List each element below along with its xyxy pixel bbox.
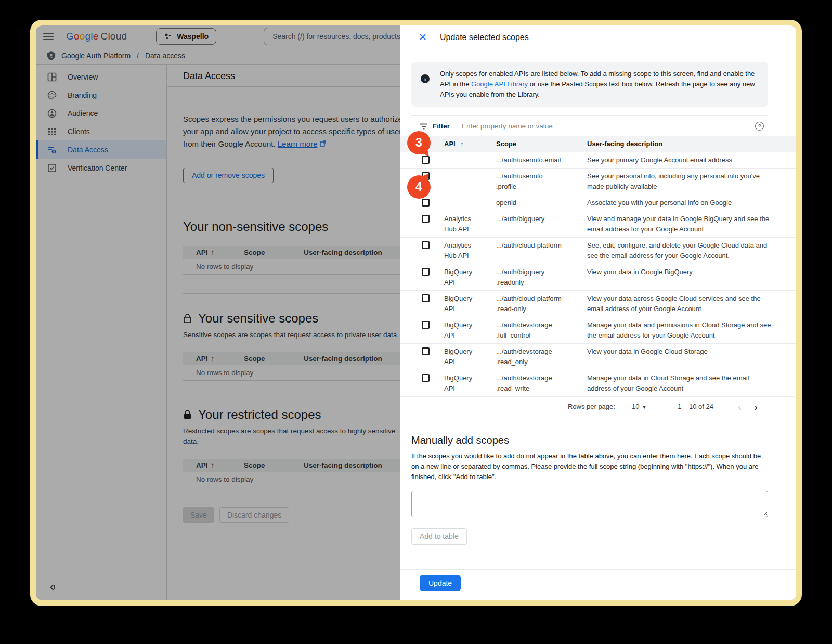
previous-page-icon[interactable]: ‹ xyxy=(732,401,748,412)
pagination: Rows per page: 10▼ 1 – 10 of 24 ‹ › xyxy=(411,397,768,416)
column-api[interactable]: API ↑ xyxy=(444,139,496,149)
caret-down-icon: ▼ xyxy=(642,405,646,410)
table-header-row: API ↑ Scope User-facing description xyxy=(400,136,796,152)
scope-row-cloud-platform-read-only: BigQuery API .../auth/cloud-platform.rea… xyxy=(400,291,796,317)
annotation-badge-4: 4 xyxy=(407,175,431,199)
rows-per-page-label: Rows per page: xyxy=(568,403,615,410)
sort-ascending-icon: ↑ xyxy=(460,139,464,149)
column-description[interactable]: User-facing description xyxy=(587,139,790,149)
scope-row-cloud-platform: Analytics Hub API .../auth/cloud-platfor… xyxy=(400,238,796,264)
scope-row-userinfo-email: .../auth/userinfo.email See your primary… xyxy=(400,152,796,169)
column-scope[interactable]: Scope xyxy=(496,139,587,149)
row-checkbox[interactable] xyxy=(422,374,430,382)
add-to-table-button[interactable]: Add to table xyxy=(411,528,467,545)
screenshot-frame: GoogleCloud Waspello Google Auth Platfor… xyxy=(30,20,802,606)
manually-add-scopes-heading: Manually add scopes xyxy=(411,434,768,446)
row-checkbox[interactable] xyxy=(422,321,430,329)
manually-add-scopes-text: If the scopes you would like to add do n… xyxy=(411,451,768,482)
scope-row-openid: openid Associate you with your personal … xyxy=(400,195,796,211)
filter-input[interactable] xyxy=(462,122,755,130)
scopes-table: API ↑ Scope User-facing description .../… xyxy=(400,136,796,397)
page-range: 1 – 10 of 24 xyxy=(678,403,713,410)
info-banner-text: Only scopes for enabled APIs are listed … xyxy=(440,69,759,100)
google-api-library-link[interactable]: Google API Library xyxy=(471,80,528,88)
update-scopes-panel: ✕ Update selected scopes i Only scopes f… xyxy=(400,25,796,600)
info-banner: i Only scopes for enabled APIs are liste… xyxy=(411,62,768,107)
update-button[interactable]: Update xyxy=(420,575,461,591)
help-icon[interactable]: ? xyxy=(755,122,764,131)
scope-row-devstorage-full-control: BigQuery API .../auth/devstorage.full_co… xyxy=(400,317,796,344)
panel-title: Update selected scopes xyxy=(440,33,529,42)
annotation-badge-3: 3 xyxy=(407,131,431,154)
scope-row-bigquery: Analytics Hub API .../auth/bigquery View… xyxy=(400,211,796,238)
scope-row-devstorage-read-only: BigQuery API .../auth/devstorage.read_on… xyxy=(400,344,796,370)
row-checkbox[interactable] xyxy=(422,199,430,207)
browser-window: GoogleCloud Waspello Google Auth Platfor… xyxy=(36,25,796,600)
row-checkbox[interactable] xyxy=(422,268,430,276)
rows-per-page-select[interactable]: 10▼ xyxy=(632,403,646,410)
row-checkbox[interactable] xyxy=(422,347,430,355)
row-checkbox[interactable] xyxy=(422,294,430,302)
manual-scopes-textarea[interactable] xyxy=(411,491,768,517)
row-checkbox[interactable] xyxy=(422,215,430,223)
filter-icon xyxy=(420,123,428,130)
panel-footer: Update xyxy=(400,569,796,591)
close-icon[interactable]: ✕ xyxy=(419,32,427,42)
filter-bar[interactable]: Filter ? xyxy=(411,115,768,136)
filter-label: Filter xyxy=(433,122,450,130)
info-icon: i xyxy=(421,74,430,83)
scope-row-devstorage-read-write: BigQuery API .../auth/devstorage.read_wr… xyxy=(400,370,796,397)
next-page-icon[interactable]: › xyxy=(748,401,764,412)
scope-row-bigquery-readonly: BigQuery API .../auth/bigquery.readonly … xyxy=(400,264,796,291)
panel-header: ✕ Update selected scopes xyxy=(400,25,796,49)
scope-row-userinfo-profile: .../auth/userinfo.profile See your perso… xyxy=(400,169,796,195)
row-checkbox[interactable] xyxy=(422,241,430,249)
